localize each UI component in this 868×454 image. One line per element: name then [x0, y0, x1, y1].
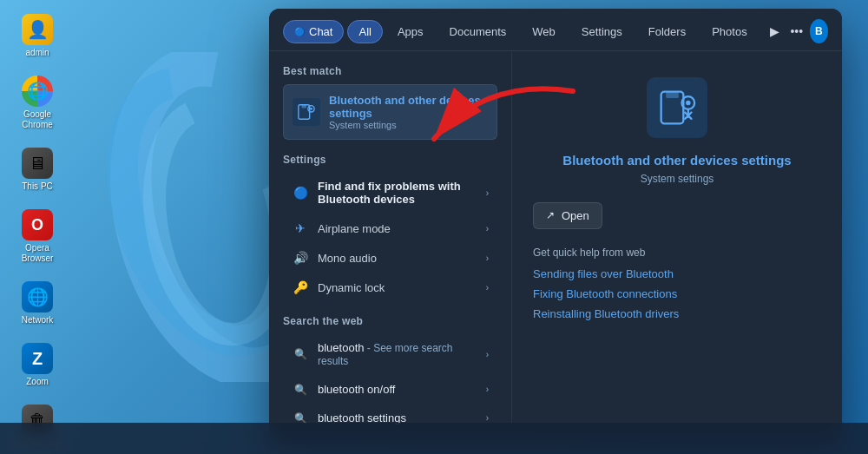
tab-folders[interactable]: Folders	[637, 20, 697, 43]
icon-network[interactable]: 🌐 Network	[7, 276, 68, 331]
settings-list: 🔵 Find and fix problems with Bluetooth d…	[283, 173, 497, 301]
icon-chrome[interactable]: 🌐 Google Chrome	[7, 70, 68, 135]
icon-this-pc[interactable]: 🖥 This PC	[7, 142, 68, 197]
tab-chat[interactable]: 🔵 Chat	[283, 20, 344, 43]
quick-help-link-2[interactable]: Fixing Bluetooth connections	[533, 287, 677, 300]
svg-rect-8	[666, 92, 679, 98]
tab-web-label: Web	[532, 25, 556, 38]
detail-title-prefix: Bluetooth	[562, 153, 623, 168]
search-icon-2: 🔍	[292, 384, 309, 396]
tab-settings-label: Settings	[582, 25, 622, 38]
bluetooth-settings-icon	[293, 98, 320, 126]
web-link-text-2: bluetooth on/off	[318, 383, 477, 396]
chevron-icon-6: ›	[486, 385, 489, 394]
zoom-icon: Z	[22, 343, 53, 374]
admin-icon: 👤	[22, 14, 53, 45]
quick-help-link-3[interactable]: Reinstalling Bluetooth drivers	[533, 307, 679, 320]
item-label-dynamic-lock: Dynamic lock	[318, 281, 477, 294]
web-query-1: bluetooth	[318, 341, 365, 354]
tab-all-label: All	[358, 25, 371, 38]
open-button[interactable]: ↗ Open	[533, 202, 602, 229]
bing-button[interactable]: B	[810, 19, 828, 43]
chevron-icon-4: ›	[486, 283, 489, 293]
settings-item-mono[interactable]: 🔊 Mono audio ›	[283, 244, 497, 272]
tab-documents-label: Documents	[450, 25, 507, 38]
nav-bar: 🔵 Chat All Apps Documents Web Settings F…	[269, 9, 842, 51]
web-link-text-1: bluetooth - See more search results	[318, 341, 477, 367]
settings-item-airplane[interactable]: ✈ Airplane mode ›	[283, 214, 497, 242]
tab-chat-label: Chat	[309, 25, 332, 38]
item-label-mono: Mono audio	[318, 252, 477, 265]
best-match-item[interactable]: Bluetooth and other devices settings Sys…	[283, 84, 497, 140]
quick-help-link-1[interactable]: Sending files over Bluetooth	[533, 267, 674, 280]
web-query-2: bluetooth on/off	[318, 383, 395, 396]
chevron-icon-1: ›	[486, 188, 489, 198]
web-section-title: Search the web	[283, 315, 497, 327]
web-item-bluetooth[interactable]: 🔍 bluetooth - See more search results ›	[283, 334, 497, 374]
desktop-icons: 👤 admin 🌐 Google Chrome 🖥 This PC O Oper…	[0, 0, 75, 454]
tab-photos-label: Photos	[712, 25, 746, 38]
mono-audio-icon: 🔊	[292, 251, 309, 265]
detail-title: Bluetooth and other devices settings	[562, 152, 791, 169]
item-label-bluetooth-fix: Find and fix problems with Bluetooth dev…	[318, 180, 477, 206]
tab-all[interactable]: All	[347, 20, 382, 43]
open-label: Open	[562, 209, 589, 222]
chevron-icon-5: ›	[486, 350, 489, 359]
left-panel: Best match Bluetooth and other devices s…	[269, 51, 512, 443]
tab-settings[interactable]: Settings	[570, 20, 634, 43]
tab-apps-label: Apps	[398, 25, 424, 38]
search-icon-1: 🔍	[292, 348, 309, 360]
dynamic-lock-icon: 🔑	[292, 280, 309, 294]
best-match-title: Best match	[283, 65, 497, 77]
svg-point-10	[686, 101, 691, 106]
play-button[interactable]: ▶	[766, 19, 784, 43]
settings-item-dynamic-lock[interactable]: 🔑 Dynamic lock ›	[283, 273, 497, 301]
settings-section-title: Settings	[283, 154, 497, 166]
web-search-list: 🔍 bluetooth - See more search results › …	[283, 334, 497, 431]
chrome-icon: 🌐	[22, 76, 53, 107]
icon-admin-label: admin	[25, 48, 49, 58]
quick-help-title: Get quick help from web	[533, 247, 645, 259]
chevron-icon-7: ›	[486, 413, 489, 423]
svg-point-6	[310, 108, 312, 110]
tab-photos[interactable]: Photos	[700, 20, 758, 43]
icon-opera[interactable]: O Opera Browser	[7, 204, 68, 269]
desktop: 👤 admin 🌐 Google Chrome 🖥 This PC O Oper…	[0, 0, 868, 454]
tab-apps[interactable]: Apps	[386, 20, 435, 43]
bluetooth-icon: 🔵	[292, 186, 309, 200]
detail-bluetooth-icon	[647, 77, 707, 138]
content-area: Best match Bluetooth and other devices s…	[269, 51, 842, 443]
icon-this-pc-label: This PC	[22, 181, 53, 192]
more-button[interactable]: •••	[787, 19, 806, 43]
icon-chrome-label: Google Chrome	[10, 109, 64, 130]
detail-title-suffix: and other devices settings	[623, 153, 791, 168]
settings-item-bluetooth-fix[interactable]: 🔵 Find and fix problems with Bluetooth d…	[283, 173, 497, 213]
tab-documents[interactable]: Documents	[438, 20, 518, 43]
tab-web[interactable]: Web	[521, 20, 567, 43]
this-pc-icon: 🖥	[22, 148, 53, 179]
start-menu: 🔵 Chat All Apps Documents Web Settings F…	[269, 9, 842, 443]
icon-network-label: Network	[22, 315, 54, 326]
best-match-subtitle: System settings	[329, 120, 488, 130]
item-label-airplane: Airplane mode	[318, 222, 477, 235]
airplane-icon: ✈	[292, 221, 309, 235]
svg-rect-4	[302, 105, 307, 109]
icon-admin[interactable]: 👤 admin	[7, 9, 68, 63]
detail-icon-area	[647, 77, 707, 138]
icon-zoom-label: Zoom	[26, 377, 49, 387]
taskbar	[0, 423, 868, 454]
icon-opera-label: Opera Browser	[10, 243, 64, 264]
best-match-title-prefix: Bluetooth	[329, 94, 382, 107]
detail-subtitle: System settings	[641, 173, 714, 185]
chevron-icon-2: ›	[486, 224, 489, 234]
network-icon: 🌐	[22, 281, 53, 313]
right-panel: Bluetooth and other devices settings Sys…	[512, 51, 842, 443]
web-item-bluetooth-onoff[interactable]: 🔍 bluetooth on/off ›	[283, 376, 497, 403]
chevron-icon-3: ›	[486, 253, 489, 263]
tab-folders-label: Folders	[648, 25, 686, 38]
open-icon: ↗	[546, 209, 555, 221]
opera-icon: O	[22, 209, 53, 240]
bing-icon-small: 🔵	[294, 27, 305, 36]
icon-zoom[interactable]: Z Zoom	[7, 338, 68, 392]
best-match-text: Bluetooth and other devices settings Sys…	[329, 94, 488, 130]
